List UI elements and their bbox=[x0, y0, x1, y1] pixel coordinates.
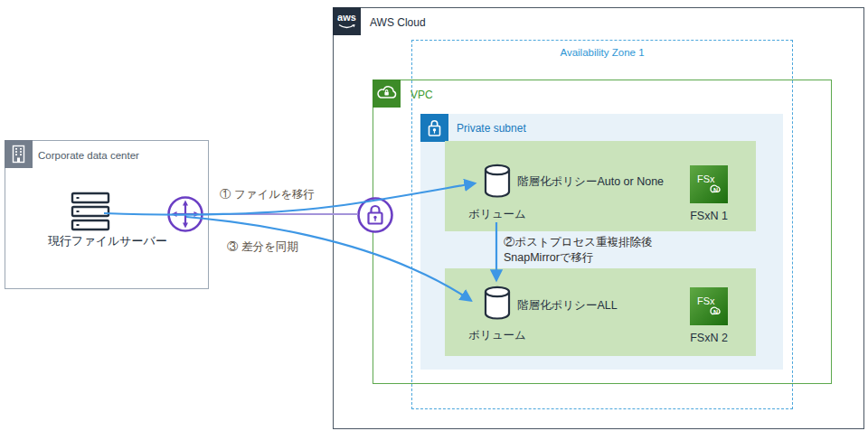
annotation-step2-line1: ②ポストプロセス重複排除後 bbox=[504, 235, 653, 250]
svg-text:N: N bbox=[713, 187, 718, 193]
volume-cylinder-icon bbox=[483, 164, 512, 198]
annotation-step2-line2: SnapMirrorで移行 bbox=[504, 250, 653, 266]
volume-cylinder-icon bbox=[483, 286, 512, 320]
private-subnet-lock-icon bbox=[420, 114, 448, 142]
file-server-label: 現行ファイルサーバー bbox=[22, 233, 193, 249]
vpc-cloud-icon bbox=[373, 80, 401, 108]
svg-text:aws: aws bbox=[337, 12, 356, 23]
annotation-step1: ① ファイルを移行 bbox=[220, 187, 315, 202]
aws-logo-icon: aws bbox=[333, 7, 361, 35]
building-icon bbox=[5, 140, 33, 168]
annotation-step2: ②ポストプロセス重複排除後 SnapMirrorで移行 bbox=[504, 235, 653, 265]
private-subnet-label: Private subnet bbox=[457, 122, 526, 135]
annotation-step3: ③ 差分を同期 bbox=[227, 239, 298, 255]
fsxn2-policy-label: 階層化ポリシーALL bbox=[517, 298, 618, 314]
svg-text:FSx: FSx bbox=[697, 295, 715, 306]
gateway-arrows-icon bbox=[166, 195, 204, 233]
fsxn1-name: FSxN 1 bbox=[684, 210, 734, 222]
file-server-icon bbox=[70, 191, 111, 232]
fsxn2-volume-label: ボリューム bbox=[461, 328, 533, 343]
fsxn1-box: 階層化ポリシーAuto or None ボリューム FSx N FSxN 1 bbox=[445, 141, 756, 231]
vpc-label: VPC bbox=[410, 89, 433, 101]
architecture-diagram: aws AWS Cloud Availability Zone 1 VPC bbox=[0, 0, 868, 431]
aws-cloud-label: AWS Cloud bbox=[370, 16, 426, 29]
vpn-lock-icon bbox=[356, 196, 394, 234]
svg-text:FSx: FSx bbox=[697, 173, 715, 184]
availability-zone-label: Availability Zone 1 bbox=[412, 47, 792, 58]
corporate-data-center-label: Corporate data center bbox=[38, 150, 139, 161]
fsxn2-icon: FSx N bbox=[690, 287, 728, 325]
fsxn2-box: 階層化ポリシーALL ボリューム FSx N FSxN 2 bbox=[445, 268, 756, 356]
fsxn1-volume-label: ボリューム bbox=[461, 207, 533, 222]
svg-text:N: N bbox=[713, 309, 718, 315]
fsxn1-policy-label: 階層化ポリシーAuto or None bbox=[517, 174, 664, 190]
fsxn2-name: FSxN 2 bbox=[684, 332, 734, 344]
fsxn1-icon: FSx N bbox=[690, 165, 728, 203]
